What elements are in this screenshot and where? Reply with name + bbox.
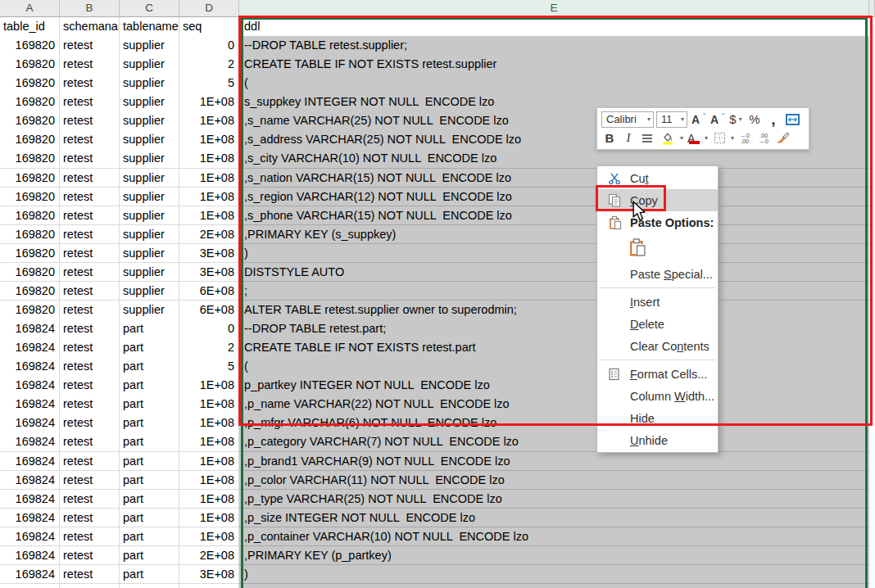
cell-a-row5[interactable]: 169820: [0, 93, 60, 112]
cell-c-row7[interactable]: supplier: [120, 130, 179, 150]
cell-d-row8[interactable]: 1E+08: [179, 149, 239, 169]
cell-b-row2[interactable]: retest: [60, 36, 120, 56]
column-header-f-partial[interactable]: [869, 0, 875, 17]
cell-d-row17[interactable]: 0: [179, 319, 239, 339]
menu-item-column-width[interactable]: Column Width...: [597, 385, 718, 407]
cell-a-row20[interactable]: 169824: [0, 376, 60, 396]
cell-b-row8[interactable]: retest: [60, 149, 120, 169]
cell-b-row3[interactable]: retest: [60, 55, 120, 75]
cell-d-row11[interactable]: 1E+08: [179, 206, 239, 226]
font-color-button[interactable]: A: [686, 129, 702, 147]
cell-e-row30[interactable]: ): [239, 565, 869, 585]
cell-b-row27[interactable]: retest: [60, 509, 120, 528]
cell-c-row5[interactable]: supplier: [120, 93, 179, 112]
paste-option-paste-keep-source[interactable]: [597, 233, 718, 263]
cell-c-row8[interactable]: supplier: [120, 149, 179, 169]
cell-c-row14[interactable]: supplier: [120, 263, 179, 283]
cell-d-row19[interactable]: 5: [179, 357, 239, 377]
column-header-e[interactable]: E: [239, 0, 869, 17]
cell-c-row11[interactable]: supplier: [120, 206, 179, 226]
cell-d-row9[interactable]: 1E+08: [179, 169, 239, 188]
cell-b-row14[interactable]: retest: [60, 263, 120, 283]
cell-d-row6[interactable]: 1E+08: [179, 111, 239, 131]
cell-e-row1[interactable]: ddl: [239, 17, 869, 37]
cell-a-row15[interactable]: 169820: [0, 282, 60, 301]
cell-b-row6[interactable]: retest: [60, 111, 120, 131]
cell-a-row14[interactable]: 169820: [0, 263, 60, 283]
cell-d-row18[interactable]: 2: [179, 338, 239, 358]
cell-c-row9[interactable]: supplier: [120, 169, 179, 188]
cell-e-row12[interactable]: ,PRIMARY KEY (s_suppkey): [239, 225, 869, 245]
cell-a-row13[interactable]: 169820: [0, 244, 60, 264]
cell-b-row24[interactable]: retest: [60, 452, 120, 472]
cell-e-row31[interactable]: DISTSTYLE AUTO: [239, 584, 869, 588]
cell-c-row28[interactable]: part: [120, 527, 179, 547]
cell-e-row26[interactable]: ,p_type VARCHAR(25) NOT NULL ENCODE lzo: [239, 490, 869, 509]
cell-e-row16[interactable]: ALTER TABLE retest.supplier owner to sup…: [239, 301, 869, 320]
increase-decimal-button[interactable]: ←0.00: [737, 129, 753, 147]
cell-b-row12[interactable]: retest: [60, 225, 120, 245]
font-size-select[interactable]: 11 ▾: [656, 111, 687, 128]
cell-e-row10[interactable]: ,s_region VARCHAR(12) NOT NULL ENCODE lz…: [239, 188, 869, 207]
cell-c-row20[interactable]: part: [120, 376, 179, 396]
cell-d-row20[interactable]: 1E+08: [179, 376, 239, 396]
cell-e-row3[interactable]: CREATE TABLE IF NOT EXISTS retest.suppli…: [239, 55, 869, 75]
cell-b-row28[interactable]: retest: [60, 527, 120, 547]
cell-a-row28[interactable]: 169824: [0, 527, 60, 547]
cell-c-row24[interactable]: part: [120, 452, 179, 472]
cell-d-row29[interactable]: 2E+08: [179, 546, 239, 566]
cell-c-row12[interactable]: supplier: [120, 225, 179, 245]
cell-c-row16[interactable]: supplier: [120, 301, 179, 320]
cell-c-row10[interactable]: supplier: [120, 188, 179, 207]
cell-b-row20[interactable]: retest: [60, 376, 120, 396]
cell-a-row4[interactable]: 169820: [0, 74, 60, 93]
decrease-font-size-button[interactable]: Aˇ: [709, 111, 725, 128]
cell-b-row7[interactable]: retest: [60, 130, 120, 150]
cell-c-row1[interactable]: tablename: [120, 17, 179, 37]
cell-d-row2[interactable]: 0: [179, 36, 239, 56]
cell-e-row18[interactable]: CREATE TABLE IF NOT EXISTS retest.part: [239, 338, 869, 358]
cell-e-row2[interactable]: --DROP TABLE retest.supplier;: [239, 36, 869, 56]
cell-d-row25[interactable]: 1E+08: [179, 471, 239, 491]
cell-a-row23[interactable]: 169824: [0, 432, 60, 452]
menu-item-insert[interactable]: Insert: [597, 291, 718, 313]
chevron-down-icon[interactable]: ▾: [731, 135, 734, 142]
cell-a-row11[interactable]: 169820: [0, 206, 60, 226]
column-header-c[interactable]: C: [120, 0, 179, 17]
cell-c-row26[interactable]: part: [120, 490, 179, 509]
menu-item-paste-special[interactable]: Paste Special...: [597, 263, 718, 285]
cell-e-row27[interactable]: ,p_size INTEGER NOT NULL ENCODE lzo: [239, 509, 869, 528]
cell-a-row24[interactable]: 169824: [0, 452, 60, 472]
cell-d-row14[interactable]: 3E+08: [179, 263, 239, 283]
cell-a-row16[interactable]: 169820: [0, 301, 60, 320]
cell-e-row21[interactable]: ,p_name VARCHAR(22) NOT NULL ENCODE lzo: [239, 395, 869, 414]
comma-style-button[interactable]: ,: [765, 111, 782, 128]
cell-a-row6[interactable]: 169820: [0, 111, 60, 131]
cell-d-row24[interactable]: 1E+08: [179, 452, 239, 472]
cell-a-row9[interactable]: 169820: [0, 169, 60, 188]
cell-d-row27[interactable]: 1E+08: [179, 509, 239, 528]
cell-d-row30[interactable]: 3E+08: [179, 565, 239, 585]
cell-b-row18[interactable]: retest: [60, 338, 120, 358]
menu-item-paste-options[interactable]: Paste Options:: [597, 211, 718, 233]
borders-button[interactable]: [710, 129, 728, 147]
cell-d-row1[interactable]: seq: [179, 17, 239, 37]
cell-c-row25[interactable]: part: [120, 471, 179, 491]
cell-c-row21[interactable]: part: [120, 395, 179, 414]
cell-c-row19[interactable]: part: [120, 357, 179, 377]
cell-b-row15[interactable]: retest: [60, 282, 120, 301]
cell-b-row30[interactable]: retest: [60, 565, 120, 585]
cell-e-row11[interactable]: ,s_phone VARCHAR(15) NOT NULL ENCODE lzo: [239, 206, 869, 226]
cell-b-row21[interactable]: retest: [60, 395, 120, 414]
cell-d-row15[interactable]: 6E+08: [179, 282, 239, 301]
italic-button[interactable]: I: [620, 129, 637, 147]
cell-a-row18[interactable]: 169824: [0, 338, 60, 358]
cell-c-row15[interactable]: supplier: [120, 282, 179, 301]
cell-c-row18[interactable]: part: [120, 338, 179, 358]
cell-e-row9[interactable]: ,s_nation VARCHAR(15) NOT NULL ENCODE lz…: [239, 169, 869, 188]
cell-e-row17[interactable]: --DROP TABLE retest.part;: [239, 319, 869, 339]
decrease-decimal-button[interactable]: .00→0: [755, 129, 772, 147]
cell-d-row5[interactable]: 1E+08: [179, 93, 239, 112]
font-name-select[interactable]: Calibri ▾: [601, 111, 654, 128]
cell-c-row30[interactable]: part: [120, 565, 179, 585]
